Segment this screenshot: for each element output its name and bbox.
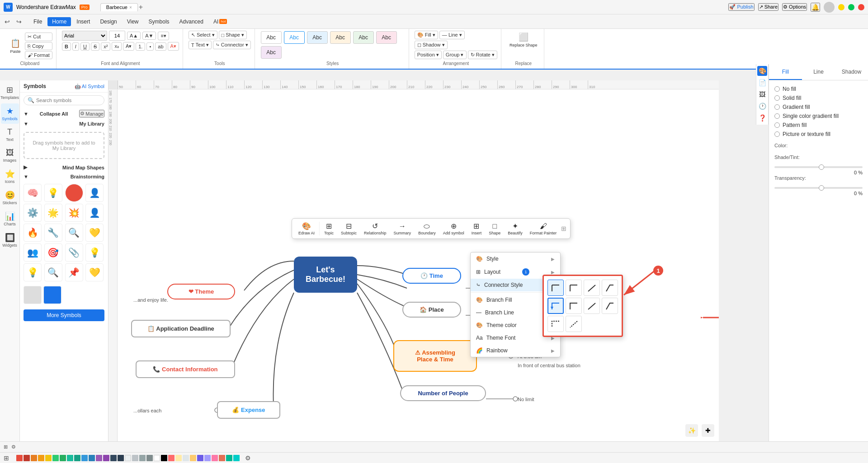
group-button[interactable]: Group ▾ [443,51,467,59]
symbol-item-9[interactable]: 🔥 [24,224,42,242]
bold-button[interactable]: B [62,42,71,51]
manage-button[interactable]: ⚙ Manage [79,110,104,117]
symbol-item-11[interactable]: 🔍 [65,224,83,242]
shadow-button[interactable]: ◻ Shadow ▾ [415,41,448,49]
swatch-lavender[interactable] [204,455,211,461]
menu-advanced[interactable]: Advanced [175,17,208,26]
connector-button[interactable]: ⤷ Connector ▾ [213,41,251,49]
style-abc-6[interactable]: Abc [376,31,397,44]
conn-style-6[interactable] [566,298,582,314]
symbol-item-13[interactable]: 👥 [24,243,42,262]
conn-style-7[interactable] [584,298,600,314]
mm-center-node[interactable]: Let's Barbecue! [294,257,357,293]
avatar[interactable] [824,2,835,13]
symbol-item-12[interactable]: 💛 [85,224,104,242]
maximize-button[interactable] [848,4,854,10]
swatch-pale[interactable] [183,455,189,461]
symbol-item-19[interactable]: 📌 [65,263,83,281]
swatch-red[interactable] [16,455,23,461]
font-color-button[interactable]: A▾ [168,42,179,51]
symbol-item-6[interactable]: 🌟 [44,204,62,222]
strikethrough-button[interactable]: S [91,42,99,51]
ft-expand-icon[interactable]: ⊞ [561,225,566,232]
mm-node-assembling[interactable]: ⚠ AssemblingPlace & Time [393,340,477,372]
conn-style-3[interactable] [584,280,600,296]
share-button[interactable]: ↗ Share [758,3,778,11]
swatch-peach[interactable] [190,455,196,461]
swatch-purple[interactable] [96,455,102,461]
rp-fill-icon[interactable]: 🎨 [757,66,767,76]
sidebar-item-widgets[interactable]: 🔲 Widgets [1,230,19,250]
ft-subtopic[interactable]: ⊟ Subtopic [338,220,359,237]
ft-boundary[interactable]: ⬭ Boundary [415,221,439,237]
underline-button[interactable]: U [80,42,90,51]
rp-tab-shadow[interactable]: Shadow [835,64,868,80]
ctx-rainbow[interactable]: 🌈 Rainbow ▶ [471,344,560,357]
swatch-light[interactable] [125,455,131,461]
close-button[interactable] [858,4,864,10]
font-size-input[interactable] [109,31,125,41]
swatch-dark-green[interactable] [60,455,66,461]
swatch-pink[interactable] [212,455,218,461]
swatch-cyan[interactable] [233,455,240,461]
conn-style-5[interactable] [547,298,564,314]
copy-button[interactable]: ⎘ Copy [25,42,52,50]
subscript-button[interactable]: x₂ [112,42,122,51]
rp-page-icon[interactable]: 📄 [757,78,767,88]
conn-style-8[interactable] [602,298,618,314]
sidebar-item-icons[interactable]: ⭐ Icons [1,166,19,187]
symbol-item-5[interactable]: ⚙️ [24,204,42,222]
conn-style-9[interactable] [547,316,564,332]
mind-map-shapes-header[interactable]: ▶ Mind Map Shapes [20,163,108,172]
sidebar-item-templates[interactable]: ⊞ Templates [1,82,19,103]
symbols-collapse-all[interactable]: ▼ Collapse All ⚙ Manage [20,108,108,119]
paste-button[interactable]: 📋Paste [7,37,24,55]
symbol-item-10[interactable]: 🔧 [44,224,62,242]
mm-node-place[interactable]: 🏠 Place [402,302,461,318]
redo-button[interactable]: ↪ [14,16,24,27]
shade-slider-thumb[interactable] [819,164,824,170]
rp-history-icon[interactable]: 🕐 [757,101,767,111]
transparency-slider[interactable] [774,187,863,189]
shade-slider[interactable] [774,166,863,168]
line-button[interactable]: — Line ▾ [439,31,465,39]
fill-single-gradient[interactable]: Single color gradient fill [774,113,863,119]
notification-button[interactable]: 🔔 [811,3,820,12]
swatch-cream[interactable] [175,455,182,461]
ft-add-symbol[interactable]: ⊕ Add symbol [440,220,467,237]
symbol-item-3[interactable] [65,184,83,202]
style-abc-7[interactable]: Abc [261,46,282,59]
replace-shape-button[interactable]: ⬜ Replace Shape [507,31,540,49]
list-unordered-button[interactable]: • [146,42,154,51]
single-gradient-radio[interactable] [774,113,780,119]
more-symbols-button[interactable]: More Symbols [24,309,104,321]
menu-insert[interactable]: Insert [72,17,94,26]
align-button[interactable]: ≡▾ [158,32,169,40]
pattern-fill-radio[interactable] [774,122,780,128]
symbol-item-4[interactable]: 👤 [85,184,104,202]
ai-symbol-button[interactable]: 🤖 AI Symbol [75,84,104,89]
style-abc-4[interactable]: Abc [330,31,351,44]
text-wrap-button[interactable]: ab [155,42,166,51]
swatch-coral[interactable] [219,455,225,461]
rp-help-icon[interactable]: ❓ [757,113,767,123]
canvas-content[interactable]: 🎨 Edraw AI ⊞ Topic ⊟ Subtopic ↺ Relation… [118,89,719,441]
ft-edraw-ai[interactable]: 🎨 Edraw AI [296,220,317,237]
superscript-button[interactable]: x² [101,42,110,51]
swatch-gray[interactable] [139,455,146,461]
fill-button[interactable]: 🎨 Fill ▾ [415,31,438,39]
italic-button[interactable]: I [72,42,79,51]
options-button[interactable]: ⚙ Options [782,3,807,11]
minimize-button[interactable] [838,4,844,10]
symbol-search-box[interactable]: 🔍 [24,95,104,105]
style-abc-5[interactable]: Abc [353,31,374,44]
fill-pattern[interactable]: Pattern fill [774,122,863,128]
color-settings-icon[interactable]: ⚙ [245,454,251,462]
fill-no-fill[interactable]: No fill [774,86,863,92]
swatch-yellow-orange[interactable] [38,455,44,461]
undo-button[interactable]: ↩ [2,16,13,27]
fill-gradient[interactable]: Gradient fill [774,104,863,110]
swatch-teal[interactable] [67,455,73,461]
swatch-white[interactable] [154,455,160,461]
fill-solid[interactable]: Solid fill [774,95,863,101]
